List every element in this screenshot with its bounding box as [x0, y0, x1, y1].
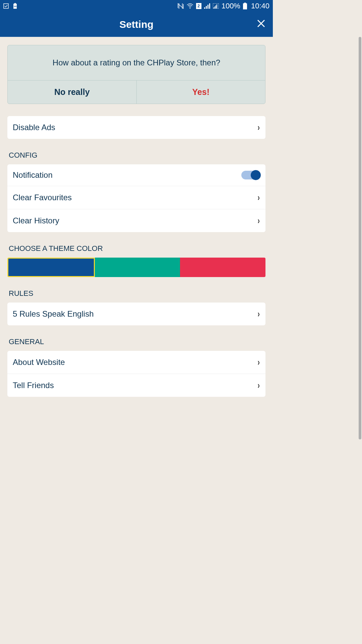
general-section-header: GENERAL — [7, 337, 265, 351]
notification-toggle[interactable] — [241, 171, 260, 179]
status-right: 2 100% 10:40 — [177, 2, 269, 10]
rating-prompt-card: How about a rating on the CHPlay Store, … — [7, 45, 265, 104]
svg-point-4 — [189, 8, 190, 9]
rating-no-button[interactable]: No really — [8, 80, 137, 104]
notification-item[interactable]: Notification — [7, 164, 265, 186]
svg-rect-12 — [216, 5, 216, 8]
svg-text:100: 100 — [14, 5, 17, 7]
status-left: 100 — [3, 3, 17, 9]
svg-rect-13 — [217, 4, 217, 8]
theme-section-header: CHOOSE A THEME COLOR — [7, 244, 265, 258]
wifi-icon — [187, 3, 193, 9]
rules-section-header: RULES — [7, 289, 265, 303]
svg-rect-7 — [207, 5, 208, 9]
app-header: Setting — [0, 12, 273, 37]
signal-icon — [204, 3, 210, 9]
clear-favourites-item[interactable]: Clear Favourites › — [7, 186, 265, 209]
svg-rect-0 — [4, 4, 8, 8]
chevron-right-icon: › — [257, 309, 260, 319]
disable-ads-label: Disable Ads — [13, 123, 55, 132]
svg-rect-14 — [243, 3, 247, 9]
toggle-knob — [251, 170, 261, 180]
status-bar: 100 2 100% 10:40 — [0, 0, 273, 12]
close-button[interactable] — [257, 18, 265, 31]
svg-rect-11 — [215, 6, 215, 8]
svg-rect-2 — [14, 3, 16, 4]
rating-prompt-text: How about a rating on the CHPlay Store, … — [8, 45, 265, 80]
theme-color-picker — [7, 258, 265, 277]
svg-rect-10 — [214, 7, 214, 8]
rating-buttons: No really Yes! — [8, 80, 265, 104]
about-website-label: About Website — [13, 358, 65, 367]
config-group: CONFIG Notification Clear Favourites › C… — [7, 151, 265, 232]
chevron-right-icon: › — [257, 357, 260, 368]
chevron-right-icon: › — [257, 215, 260, 226]
battery-100-icon: 100 — [13, 3, 17, 9]
svg-rect-15 — [244, 3, 246, 3]
vibrate-icon — [177, 3, 184, 9]
chevron-right-icon: › — [257, 192, 260, 203]
rules-label: 5 Rules Speak English — [13, 309, 94, 319]
page-title: Setting — [119, 19, 154, 30]
general-group: GENERAL About Website › Tell Friends › — [7, 337, 265, 397]
theme-color-blue[interactable] — [7, 258, 95, 277]
config-section-header: CONFIG — [7, 151, 265, 164]
notification-label: Notification — [13, 170, 53, 180]
rating-yes-button[interactable]: Yes! — [137, 80, 265, 104]
svg-rect-6 — [206, 6, 207, 9]
svg-rect-8 — [209, 3, 210, 9]
checkbox-icon — [3, 3, 9, 9]
battery-percent: 100% — [222, 2, 240, 10]
battery-icon — [243, 3, 247, 9]
theme-group: CHOOSE A THEME COLOR — [7, 244, 265, 277]
theme-color-red[interactable] — [180, 258, 265, 277]
disable-ads-group: Disable Ads › — [7, 116, 265, 139]
disable-ads-item[interactable]: Disable Ads › — [7, 116, 265, 139]
theme-color-teal[interactable] — [95, 258, 180, 277]
rules-group: RULES 5 Rules Speak English › — [7, 289, 265, 325]
about-website-item[interactable]: About Website › — [7, 351, 265, 374]
clear-history-label: Clear History — [13, 216, 59, 225]
tell-friends-item[interactable]: Tell Friends › — [7, 374, 265, 397]
close-icon — [257, 19, 265, 28]
signal-2-icon — [213, 3, 219, 9]
clear-history-item[interactable]: Clear History › — [7, 209, 265, 232]
chevron-right-icon: › — [257, 122, 260, 133]
svg-rect-5 — [204, 7, 205, 9]
status-time: 10:40 — [251, 2, 269, 10]
tell-friends-label: Tell Friends — [13, 381, 54, 390]
clear-favourites-label: Clear Favourites — [13, 193, 72, 202]
chevron-right-icon: › — [257, 380, 260, 391]
sim-2-icon: 2 — [196, 3, 201, 9]
rules-item[interactable]: 5 Rules Speak English › — [7, 303, 265, 325]
